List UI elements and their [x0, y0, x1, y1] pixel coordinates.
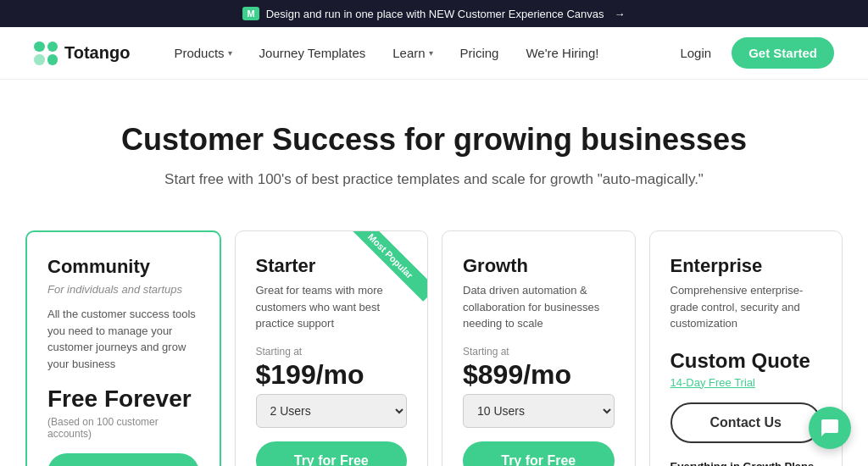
growth-title: Growth	[463, 255, 615, 277]
hero-subtitle: Start free with 100's of best practice t…	[17, 171, 851, 188]
community-price-note: (Based on 100 customer accounts)	[47, 416, 199, 440]
starter-card: Most Popular Starter Great for teams wit…	[235, 230, 429, 466]
growth-price-label: Starting at	[463, 346, 615, 358]
hero-section: Customer Success for growing businesses …	[0, 80, 868, 214]
banner-text: Design and run in one place with NEW Cus…	[266, 8, 604, 20]
enterprise-trial[interactable]: 14-Day Free Trial	[670, 376, 822, 389]
starter-price-label: Starting at	[256, 346, 408, 358]
login-button[interactable]: Login	[670, 39, 721, 67]
navbar: Totango Products ▾ Journey Templates Lea…	[0, 27, 868, 80]
community-desc: All the customer success tools you need …	[47, 306, 199, 372]
nav-actions: Login Get Started	[670, 37, 834, 69]
hero-title: Customer Success for growing businesses	[17, 122, 851, 158]
logo-icon	[34, 42, 58, 65]
logo-text: Totango	[64, 43, 130, 63]
community-subtitle: For individuals and startups	[47, 283, 199, 296]
starter-users-select[interactable]: 2 Users	[256, 394, 408, 428]
pricing-section: Community For individuals and startups A…	[0, 214, 868, 466]
enterprise-title: Enterprise	[670, 255, 822, 277]
logo-dot-4	[47, 54, 58, 65]
nav-item-products[interactable]: Products ▾	[164, 39, 242, 67]
community-cta-button[interactable]: Get for Free	[47, 453, 199, 466]
community-title: Community	[47, 256, 199, 278]
logo[interactable]: Totango	[34, 42, 130, 65]
starter-cta-button[interactable]: Try for Free	[256, 441, 408, 467]
most-popular-badge: Most Popular	[351, 231, 427, 302]
enterprise-price: Custom Quote	[670, 349, 822, 373]
starter-price: $199/mo	[256, 359, 408, 391]
growth-desc: Data driven automation & collaboration f…	[463, 282, 615, 332]
logo-dot-2	[47, 42, 58, 53]
top-banner: M Design and run in one place with NEW C…	[0, 0, 868, 27]
enterprise-desc: Comprehensive enterprise-grade control, …	[670, 282, 822, 332]
growth-price: $899/mo	[463, 359, 615, 391]
most-popular-ribbon-wrap: Most Popular	[351, 231, 427, 308]
chevron-down-icon-learn: ▾	[429, 48, 433, 58]
nav-item-learn[interactable]: Learn ▾	[382, 39, 442, 67]
logo-dot-3	[34, 54, 45, 65]
nav-item-journey[interactable]: Journey Templates	[249, 39, 376, 67]
nav-label-journey: Journey Templates	[259, 46, 366, 60]
enterprise-feature-header: Everything in Growth Plans Plus:	[670, 460, 822, 467]
enterprise-feature-header-bold: Everything in Growth Plans	[670, 460, 815, 467]
logo-dot-1	[34, 42, 45, 53]
banner-icon: M	[242, 7, 259, 20]
chevron-down-icon: ▾	[228, 48, 232, 58]
chat-icon	[820, 418, 840, 438]
enterprise-cta-button[interactable]: Contact Us	[670, 402, 822, 443]
nav-label-pricing: Pricing	[460, 46, 499, 60]
nav-label-products: Products	[174, 46, 224, 60]
get-started-button[interactable]: Get Started	[732, 37, 834, 69]
nav-item-pricing[interactable]: Pricing	[450, 39, 509, 67]
nav-item-hiring[interactable]: We're Hiring!	[515, 39, 609, 67]
chat-bubble[interactable]	[809, 407, 851, 449]
growth-card: Growth Data driven automation & collabor…	[442, 230, 636, 466]
growth-users-select[interactable]: 10 Users	[463, 394, 615, 428]
growth-cta-button[interactable]: Try for Free	[463, 441, 615, 467]
community-price: Free Forever	[47, 386, 199, 413]
nav-label-hiring: We're Hiring!	[526, 46, 598, 60]
nav-label-learn: Learn	[392, 46, 425, 60]
community-card: Community For individuals and startups A…	[25, 230, 221, 466]
banner-arrow: →	[615, 8, 626, 20]
nav-items: Products ▾ Journey Templates Learn ▾ Pri…	[164, 39, 670, 67]
